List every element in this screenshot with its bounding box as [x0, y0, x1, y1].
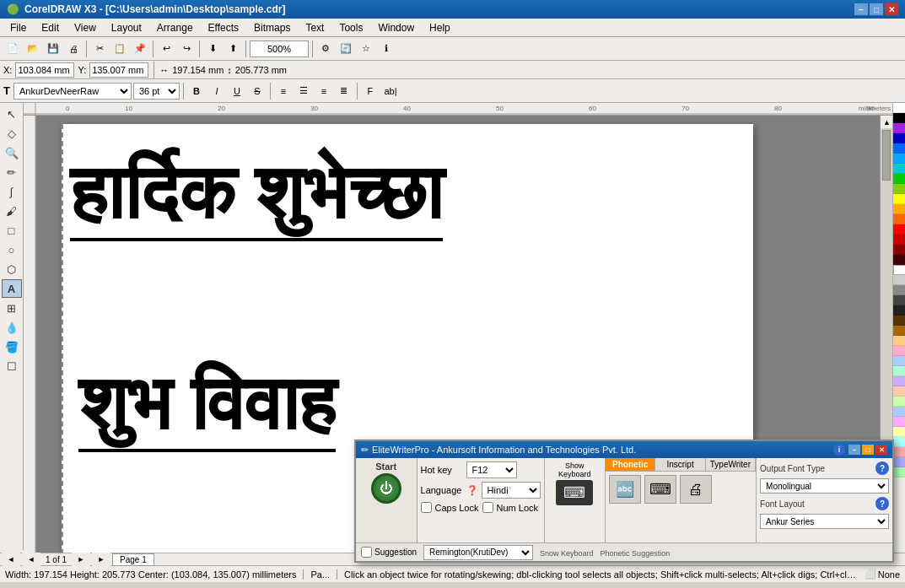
ew-tab-typewriter[interactable]: TypeWriter	[706, 458, 756, 471]
scroll-thumb[interactable]	[882, 130, 891, 181]
redo-button[interactable]: ↪	[177, 40, 196, 58]
menu-effects[interactable]: Effects	[202, 20, 245, 35]
ew-font-layout-help-icon[interactable]: ?	[875, 497, 889, 510]
ew-power-button[interactable]: ⏻	[371, 473, 401, 504]
interactive-blend-tool[interactable]: ⊞	[2, 299, 22, 317]
settings-button[interactable]: ⚙	[316, 40, 335, 58]
align-right-button[interactable]: ≡	[315, 82, 333, 100]
color-swatch-24[interactable]	[893, 356, 905, 366]
color-swatch-28[interactable]	[893, 396, 905, 407]
page-tab[interactable]: Page 1	[112, 553, 154, 566]
print-button[interactable]: 🖨	[64, 40, 83, 58]
save-button[interactable]: 💾	[44, 40, 62, 58]
color-swatch-17[interactable]	[893, 285, 905, 295]
polygon-tool[interactable]: ⬡	[2, 260, 22, 278]
eyedropper-tool[interactable]: 💧	[2, 318, 22, 337]
color-swatch-21[interactable]	[893, 326, 905, 336]
options-button[interactable]: ☆	[357, 40, 375, 58]
color-swatch-25[interactable]	[893, 366, 905, 376]
menu-view[interactable]: View	[67, 20, 103, 35]
ew-output-help-icon[interactable]: ?	[875, 461, 889, 475]
text-tool[interactable]: A	[2, 279, 22, 298]
color-swatch-13[interactable]	[893, 245, 905, 255]
rectangle-tool[interactable]: □	[2, 221, 22, 240]
menu-tools[interactable]: Tools	[332, 20, 369, 35]
fill-tool[interactable]: 🪣	[2, 337, 22, 356]
refresh-button[interactable]: 🔄	[337, 40, 355, 58]
menu-edit[interactable]: Edit	[35, 20, 66, 35]
ew-output-font-select[interactable]: Monolingual	[760, 478, 889, 494]
ew-language-select[interactable]: Hindi	[482, 482, 541, 499]
ew-close-button[interactable]: ✕	[875, 445, 887, 455]
font-format-button[interactable]: F	[361, 82, 380, 100]
align-justify-button[interactable]: ≣	[335, 82, 353, 100]
color-swatch-12[interactable]	[893, 235, 905, 245]
close-button[interactable]: ✕	[885, 3, 898, 15]
menu-help[interactable]: Help	[423, 20, 457, 35]
y-input[interactable]	[89, 62, 148, 78]
color-swatch-27[interactable]	[893, 386, 905, 396]
color-swatch-5[interactable]	[893, 164, 905, 174]
color-swatch-20[interactable]	[893, 316, 905, 326]
ew-minimize-button[interactable]: −	[848, 445, 860, 455]
zoom-select[interactable]: 500%	[250, 40, 309, 57]
shape-tool[interactable]: ◇	[2, 124, 22, 143]
color-swatch-10[interactable]	[893, 214, 905, 224]
menu-layout[interactable]: Layout	[105, 20, 148, 35]
ellipse-tool[interactable]: ○	[2, 240, 22, 259]
color-swatch-32[interactable]	[893, 437, 905, 447]
color-swatch-34[interactable]	[893, 457, 905, 467]
zoom-tool[interactable]: 🔍	[2, 143, 22, 162]
color-swatch-18[interactable]	[893, 295, 905, 305]
page-prev-button[interactable]: ◄	[22, 550, 40, 569]
ew-keyboard-button[interactable]: ⌨	[556, 480, 593, 505]
color-swatch-33[interactable]	[893, 447, 905, 457]
cut-button[interactable]: ✂	[90, 40, 109, 58]
color-swatch-1[interactable]	[893, 123, 905, 133]
color-swatch-29[interactable]	[893, 407, 905, 417]
artistic-media-tool[interactable]: 🖌	[2, 202, 22, 220]
font-size-select[interactable]: 36 pt	[133, 83, 180, 100]
import-button[interactable]: ⬇	[203, 40, 222, 58]
scroll-left-button[interactable]: ◄	[2, 550, 20, 569]
export-button[interactable]: ⬆	[224, 40, 242, 58]
ew-hotkey-select[interactable]: F12	[466, 461, 517, 478]
color-swatch-26[interactable]	[893, 376, 905, 386]
menu-window[interactable]: Window	[371, 20, 421, 35]
color-swatch-23[interactable]	[893, 346, 905, 356]
ew-maximize-button[interactable]: □	[862, 445, 874, 455]
color-swatch-22[interactable]	[893, 336, 905, 346]
color-swatch-white[interactable]	[893, 103, 905, 113]
color-swatch-black[interactable]	[893, 113, 905, 123]
color-swatch-8[interactable]	[893, 194, 905, 204]
menu-bitmaps[interactable]: Bitmaps	[247, 20, 297, 35]
undo-button[interactable]: ↩	[157, 40, 175, 58]
ew-info-button[interactable]: i	[833, 444, 845, 456]
ew-font-layout-select[interactable]: Ankur Series	[760, 514, 889, 529]
x-input[interactable]	[15, 62, 74, 78]
copy-button[interactable]: 📋	[110, 40, 129, 58]
new-button[interactable]: 📄	[3, 40, 22, 58]
color-swatch-15[interactable]	[893, 265, 905, 275]
menu-text[interactable]: Text	[299, 20, 331, 35]
text-style-button[interactable]: ab|	[381, 82, 400, 100]
bold-button[interactable]: B	[187, 82, 206, 100]
open-button[interactable]: 📂	[24, 40, 42, 58]
underline-button[interactable]: U	[228, 82, 246, 100]
color-swatch-31[interactable]	[893, 427, 905, 437]
info-button[interactable]: ℹ	[377, 40, 396, 58]
scroll-up-button[interactable]: ▲	[881, 116, 892, 128]
color-swatch-16[interactable]	[893, 275, 905, 285]
align-left-button[interactable]: ≡	[274, 82, 293, 100]
scroll-right-button[interactable]: ►	[92, 550, 110, 569]
menu-arrange[interactable]: Arrange	[150, 20, 200, 35]
page-next-button[interactable]: ►	[72, 550, 90, 569]
bezier-tool[interactable]: ∫	[2, 182, 22, 201]
ew-typewriter-button[interactable]: 🖨	[680, 475, 712, 504]
ew-tab-inscript[interactable]: Inscript	[655, 458, 705, 471]
menu-file[interactable]: File	[3, 20, 33, 35]
ew-phonetic-button[interactable]: 🔤	[609, 475, 641, 504]
ew-title-controls[interactable]: − □ ✕	[848, 445, 887, 455]
ew-suggestion-checkbox[interactable]	[361, 547, 372, 558]
select-tool[interactable]: ↖	[2, 105, 22, 123]
